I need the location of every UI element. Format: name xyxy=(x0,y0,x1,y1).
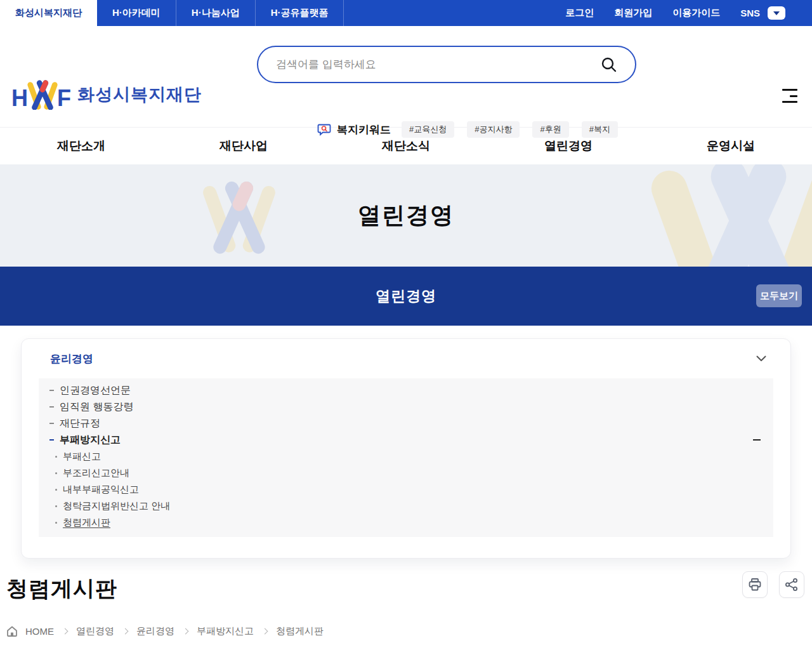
login-link[interactable]: 로그인 xyxy=(565,7,594,19)
submenu-item-irregularity-guide[interactable]: 부조리신고안내 xyxy=(48,465,762,481)
site-header: H F 화성시복지재단 xyxy=(0,26,812,127)
accordion-header-ethics[interactable]: 윤리경영 xyxy=(22,339,790,378)
watermark-logo-left xyxy=(198,173,280,259)
menu-item-human-rights[interactable]: 인권경영선언문 xyxy=(48,382,762,399)
hamburger-menu-icon[interactable] xyxy=(782,89,797,103)
dot-bullet xyxy=(55,472,57,474)
keyword-tag-list: #교육신청 #공지사항 #후원 #복지 xyxy=(402,121,618,138)
chevron-right-icon xyxy=(183,628,189,635)
page-banner: 열린경영 xyxy=(0,164,812,267)
signup-link[interactable]: 회원가입 xyxy=(614,7,652,19)
chevron-right-icon xyxy=(122,628,129,635)
submenu-item-label: 부패신고 xyxy=(63,451,101,463)
breadcrumb-open-management[interactable]: 열린경영 xyxy=(76,625,114,637)
logo-text: 화성시복지재단 xyxy=(77,83,202,106)
share-icon xyxy=(785,578,799,592)
submenu-card: 윤리경영 인권경영선언문 임직원 행동강령 재단규정 부패방지신고 부패신고 xyxy=(21,338,791,559)
menu-item-code-of-conduct[interactable]: 임직원 행동강령 xyxy=(48,399,762,415)
sns-menu: SNS xyxy=(740,6,785,20)
logo-letter-f: F xyxy=(57,87,71,110)
submenu-item-integrity-board[interactable]: 청렴게시판 xyxy=(48,514,762,531)
nav-foundation-intro[interactable]: 재단소개 xyxy=(0,128,162,164)
banner-title: 열린경영 xyxy=(358,200,454,231)
search-input[interactable] xyxy=(276,58,601,71)
share-button[interactable] xyxy=(779,571,804,598)
submenu-item-internal-public-interest[interactable]: 내부부패공익신고 xyxy=(48,481,762,498)
nav-foundation-business[interactable]: 재단사업 xyxy=(162,128,325,164)
breadcrumb: HOME 열린경영 윤리경영 부패방지신고 청렴게시판 xyxy=(6,625,812,637)
user-guide-link[interactable]: 이용가이드 xyxy=(672,7,720,19)
sns-dropdown-button[interactable] xyxy=(768,6,785,20)
logo-mark: H F xyxy=(11,79,71,110)
submenu-item-label: 부조리신고안내 xyxy=(63,467,129,479)
dash-bullet xyxy=(49,390,54,391)
keywords-label: 복지키워드 xyxy=(337,123,391,137)
dash-bullet xyxy=(49,439,54,441)
dot-bullet xyxy=(55,456,57,458)
chevron-right-icon xyxy=(62,628,69,635)
logo-w-icon xyxy=(25,79,60,110)
tab-h-shared-platform[interactable]: H·공유플랫폼 xyxy=(256,0,344,26)
breadcrumb-ethics[interactable]: 윤리경영 xyxy=(136,625,174,637)
keyword-tag-welfare[interactable]: #복지 xyxy=(582,121,618,138)
watermark-logo-right xyxy=(628,164,812,267)
menu-item-label: 임직원 행동강령 xyxy=(60,401,133,414)
sns-label: SNS xyxy=(740,8,760,18)
keyword-tag-notice[interactable]: #공지사항 xyxy=(467,121,520,138)
submenu-item-corruption-report[interactable]: 부패신고 xyxy=(48,448,762,465)
breadcrumb-home[interactable]: HOME xyxy=(25,626,54,637)
submenu-item-label: 내부부패공익신고 xyxy=(63,484,139,496)
site-logo[interactable]: H F 화성시복지재단 xyxy=(11,79,202,110)
tab-h-academy[interactable]: H·아카데미 xyxy=(97,0,176,26)
search-bar xyxy=(257,46,636,83)
submenu-panel: 인권경영선언문 임직원 행동강령 재단규정 부패방지신고 부패신고 부조리신고안… xyxy=(39,378,773,537)
dash-bullet xyxy=(49,423,54,424)
view-all-button[interactable]: 모두보기 xyxy=(756,284,802,307)
dot-bullet xyxy=(55,505,57,507)
menu-group-anti-corruption: 부패방지신고 xyxy=(48,432,762,448)
page-content-header: 청렴게시판 HOME 열린경영 윤리경영 부패방지신고 청렴게시판 xyxy=(0,559,812,637)
dot-bullet xyxy=(55,489,57,491)
chevron-right-icon xyxy=(262,628,268,635)
tab-hwaseong-welfare-foundation[interactable]: 화성시복지재단 xyxy=(0,0,97,26)
menu-item-regulations[interactable]: 재단규정 xyxy=(48,415,762,432)
submenu-item-label: 청탁금지법위반신고 안내 xyxy=(63,500,170,512)
utility-links: 로그인 회원가입 이용가이드 SNS xyxy=(565,0,812,26)
home-icon[interactable] xyxy=(6,626,18,637)
menu-item-label: 인권경영선언문 xyxy=(60,384,131,397)
menu-item-label: 부패방지신고 xyxy=(60,434,121,447)
chat-search-icon xyxy=(317,123,331,136)
caret-down-icon xyxy=(773,11,780,15)
dash-bullet xyxy=(49,406,54,408)
print-button[interactable] xyxy=(742,571,768,598)
page-title: 청렴게시판 xyxy=(6,574,812,604)
dot-bullet xyxy=(55,522,57,524)
nav-facilities[interactable]: 운영시설 xyxy=(650,128,812,164)
page-actions xyxy=(742,571,804,598)
menu-item-label: 재단규정 xyxy=(60,417,100,430)
breadcrumb-integrity-board[interactable]: 청렴게시판 xyxy=(276,625,324,637)
printer-icon xyxy=(748,578,762,592)
minus-icon[interactable] xyxy=(753,439,761,441)
breadcrumb-anti-corruption[interactable]: 부패방지신고 xyxy=(197,625,254,637)
section-title: 열린경영 xyxy=(376,286,436,306)
site-family-tabs: 화성시복지재단 H·아카데미 H·나눔사업 H·공유플랫폼 xyxy=(0,0,344,26)
menu-item-anti-corruption-report[interactable]: 부패방지신고 xyxy=(48,432,762,448)
topbar: 화성시복지재단 H·아카데미 H·나눔사업 H·공유플랫폼 로그인 회원가입 이… xyxy=(0,0,812,26)
keyword-tag-donation[interactable]: #후원 xyxy=(532,121,568,138)
section-bar: 열린경영 모두보기 xyxy=(0,267,812,326)
submenu-item-label: 청렴게시판 xyxy=(63,517,110,529)
keyword-tag-education[interactable]: #교육신청 xyxy=(402,121,454,138)
search-icon[interactable] xyxy=(601,56,617,73)
welfare-keywords: 복지키워드 #교육신청 #공지사항 #후원 #복지 xyxy=(317,121,618,138)
submenu-item-solicitation-ban-guide[interactable]: 청탁금지법위반신고 안내 xyxy=(48,498,762,514)
chevron-down-icon xyxy=(756,355,766,362)
accordion-title: 윤리경영 xyxy=(50,352,93,366)
tab-h-sharing-business[interactable]: H·나눔사업 xyxy=(176,0,256,26)
